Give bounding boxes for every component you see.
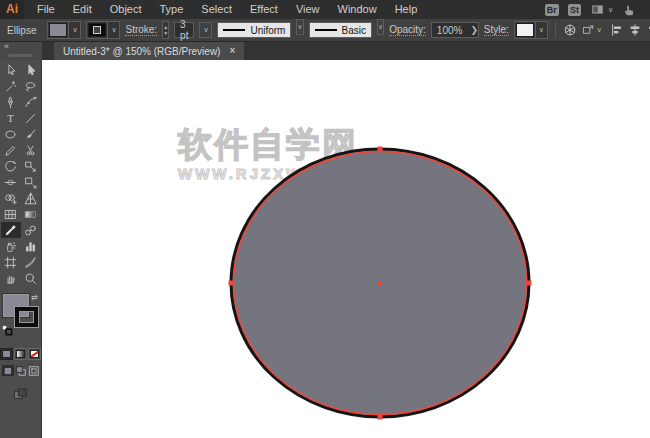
menu-window[interactable]: Window xyxy=(329,0,386,19)
curvature-tool[interactable] xyxy=(21,94,41,110)
menu-file[interactable]: File xyxy=(28,0,64,19)
recolor-artwork-icon[interactable] xyxy=(563,22,577,39)
swap-fill-stroke-icon[interactable]: ⇄ xyxy=(31,293,38,302)
color-button[interactable] xyxy=(0,348,13,360)
default-fill-stroke-icon[interactable] xyxy=(2,322,13,340)
lasso-tool[interactable] xyxy=(21,78,41,94)
brush-value: Basic xyxy=(342,25,366,36)
graphic-style-swatch[interactable] xyxy=(516,23,534,37)
blend-tool[interactable] xyxy=(21,222,41,238)
hand-tool[interactable] xyxy=(1,270,21,286)
paintbrush-tool[interactable] xyxy=(21,126,41,142)
stroke-weight-dropdown[interactable] xyxy=(199,22,212,38)
menu-bar: Ai FileEditObjectTypeSelectEffectViewWin… xyxy=(0,0,650,19)
menu-list: FileEditObjectTypeSelectEffectViewWindow… xyxy=(28,0,426,19)
illustrator-window: Ai FileEditObjectTypeSelectEffectViewWin… xyxy=(0,0,650,438)
color-type-buttons xyxy=(0,348,41,360)
opacity-value[interactable]: 100% ❯ xyxy=(431,22,479,38)
divider xyxy=(555,22,556,38)
stroke-color-dropdown[interactable] xyxy=(86,21,120,39)
document-tab[interactable]: Untitled-3* @ 150% (RGB/Preview) × xyxy=(54,42,244,60)
type-tool[interactable]: T xyxy=(1,110,21,126)
brush-definition-dropdown[interactable]: Basic xyxy=(309,22,372,38)
stroke-weight-value[interactable]: 3 pt xyxy=(174,22,194,38)
fill-color-dropdown[interactable] xyxy=(47,21,81,39)
eyedropper-tool[interactable] xyxy=(1,222,21,238)
scissors-tool[interactable] xyxy=(21,142,41,158)
center-point[interactable] xyxy=(378,281,382,285)
graphic-style-dropdown[interactable] xyxy=(514,21,548,39)
stroke-color-swatch[interactable] xyxy=(88,23,106,37)
chevron-down-icon[interactable] xyxy=(68,22,80,38)
scale-tool[interactable] xyxy=(21,158,41,174)
artboard-canvas[interactable]: 软件自学网 WWW.RJZXW.COM xyxy=(42,60,650,438)
artboard-tool[interactable] xyxy=(1,254,21,270)
app-logo: Ai xyxy=(0,0,24,19)
draw-inside-button[interactable] xyxy=(28,365,40,376)
chevron-down-icon[interactable] xyxy=(535,22,547,38)
ellipse-tool[interactable] xyxy=(1,126,21,142)
svg-text:T: T xyxy=(7,113,14,124)
pen-tool[interactable] xyxy=(1,94,21,110)
slice-tool[interactable] xyxy=(21,254,41,270)
menu-help[interactable]: Help xyxy=(386,0,427,19)
gradient-tool[interactable] xyxy=(21,206,41,222)
width-profile-dropdown[interactable]: Uniform xyxy=(217,22,291,38)
width-tool[interactable] xyxy=(1,174,21,190)
draw-behind-button[interactable] xyxy=(15,365,27,376)
gradient-button[interactable] xyxy=(14,348,27,360)
chevron-right-icon[interactable]: ❯ xyxy=(470,25,478,35)
align-left-icon[interactable] xyxy=(609,22,626,39)
fill-color-swatch[interactable] xyxy=(49,23,67,37)
bridge-button[interactable]: Br xyxy=(545,4,559,16)
menu-object[interactable]: Object xyxy=(101,0,151,19)
stroke-swatch[interactable] xyxy=(15,307,38,327)
screen-mode-button[interactable] xyxy=(0,388,41,401)
symbol-sprayer-tool[interactable] xyxy=(1,238,21,254)
anchor-point[interactable] xyxy=(527,281,532,286)
anchor-point[interactable] xyxy=(229,281,234,286)
stock-button[interactable]: St xyxy=(568,4,581,16)
zoom-tool[interactable] xyxy=(21,270,41,286)
draw-normal-button[interactable] xyxy=(2,365,14,376)
line-segment-tool[interactable] xyxy=(21,110,41,126)
selection-tool[interactable] xyxy=(1,62,21,78)
stroke-weight-stepper[interactable]: ▲▼ xyxy=(162,21,169,39)
transform-menu-icon[interactable] xyxy=(582,22,602,39)
menu-type[interactable]: Type xyxy=(151,0,193,19)
chevron-down-icon[interactable] xyxy=(296,19,303,35)
align-center-icon[interactable] xyxy=(627,22,644,39)
magic-wand-tool[interactable] xyxy=(1,78,21,94)
width-profile-value: Uniform xyxy=(250,25,285,36)
menu-select[interactable]: Select xyxy=(192,0,241,19)
brush-preview xyxy=(315,29,337,31)
perspective-grid-tool[interactable] xyxy=(21,190,41,206)
arrange-documents-icon[interactable] xyxy=(590,3,613,16)
rotate-tool[interactable] xyxy=(1,158,21,174)
menu-view[interactable]: View xyxy=(287,0,329,19)
active-tool-label: Ellipse xyxy=(7,25,36,36)
style-panel-link[interactable]: Style: xyxy=(484,24,509,36)
touch-workspace-icon[interactable] xyxy=(622,3,636,17)
anchor-point[interactable] xyxy=(378,415,383,420)
close-tab-icon[interactable]: × xyxy=(229,46,235,56)
shape-builder-tool[interactable] xyxy=(1,190,21,206)
menu-edit[interactable]: Edit xyxy=(64,0,101,19)
anchor-point[interactable] xyxy=(378,147,383,152)
free-transform-tool[interactable] xyxy=(21,174,41,190)
menu-effect[interactable]: Effect xyxy=(241,0,287,19)
none-button[interactable] xyxy=(28,348,41,360)
panel-grip[interactable] xyxy=(8,54,33,57)
collapse-panel-icon[interactable]: « xyxy=(4,42,9,51)
chevron-down-icon[interactable] xyxy=(199,22,212,38)
mesh-tool[interactable] xyxy=(1,206,21,222)
pencil-tool[interactable] xyxy=(1,142,21,158)
column-graph-tool[interactable] xyxy=(21,238,41,254)
direct-selection-tool[interactable] xyxy=(21,62,41,78)
chevron-down-icon[interactable] xyxy=(107,22,119,38)
tools-panel: T ⇄ xyxy=(0,60,42,438)
opacity-panel-link[interactable]: Opacity: xyxy=(389,24,426,36)
chevron-down-icon[interactable] xyxy=(377,19,384,35)
stroke-panel-link[interactable]: Stroke: xyxy=(125,24,157,36)
align-right-icon[interactable] xyxy=(645,22,650,39)
